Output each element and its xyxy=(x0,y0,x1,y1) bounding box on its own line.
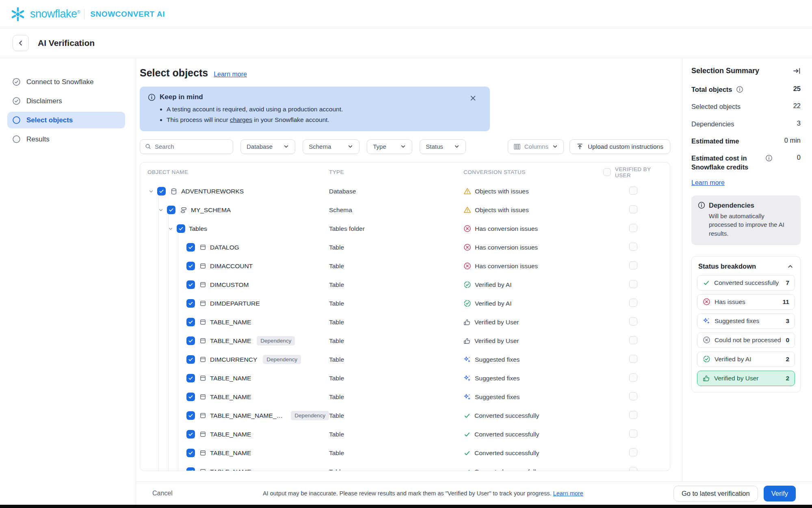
status-filter-has-issues[interactable]: Has issues11 xyxy=(697,294,795,310)
verified-by-user-checkbox[interactable] xyxy=(629,261,637,269)
upload-custom-instructions-button[interactable]: Upload custom instructions xyxy=(569,139,670,154)
verified-by-user-checkbox[interactable] xyxy=(629,280,637,288)
object-type: Tables folder xyxy=(329,225,463,232)
status-filter-verified-by-ai[interactable]: Verified by AI2 xyxy=(697,352,795,367)
status-check-icon xyxy=(463,468,471,471)
chevron-down-icon xyxy=(400,143,406,150)
table-row: DIMACCOUNTTableHas conversion issues xyxy=(140,257,670,276)
verified-by-user-checkbox[interactable] xyxy=(629,243,637,251)
filter-dropdown-database[interactable]: Database xyxy=(240,139,295,154)
row-checkbox[interactable] xyxy=(186,374,195,382)
object-type: Table xyxy=(329,300,463,307)
banner-close-button[interactable] xyxy=(469,94,477,102)
object-type: Table xyxy=(329,375,463,382)
status-filter-suggested-fixes[interactable]: Suggested fixes3 xyxy=(697,313,795,329)
columns-button[interactable]: Columns xyxy=(508,139,564,154)
row-checkbox[interactable] xyxy=(157,187,166,195)
object-name: Tables xyxy=(189,225,207,232)
table-icon xyxy=(199,244,206,251)
back-button[interactable] xyxy=(13,35,29,51)
charges-link[interactable]: charges xyxy=(230,116,252,123)
status-filter-label: Verified by User xyxy=(714,375,758,382)
row-checkbox[interactable] xyxy=(177,224,185,233)
verified-by-user-checkbox[interactable] xyxy=(629,355,637,363)
status-breakdown-title: Status breakdown xyxy=(698,263,756,270)
status-text: Verified by User xyxy=(474,319,519,326)
table-header-row: OBJECT NAME TYPE CONVERSION STATUS VERIF… xyxy=(140,163,670,182)
banner-bullet-1: A testing account is required, avoid usi… xyxy=(167,104,482,115)
verified-by-user-checkbox[interactable] xyxy=(629,336,637,344)
status-filter-verified-by-user[interactable]: Verified by User2 xyxy=(697,371,795,386)
verified-by-user-checkbox[interactable] xyxy=(629,392,637,400)
verified-by-user-checkbox[interactable] xyxy=(629,373,637,382)
info-icon[interactable] xyxy=(765,154,773,162)
row-checkbox[interactable] xyxy=(186,262,195,270)
object-name: TABLE_NAME xyxy=(210,431,251,438)
row-checkbox[interactable] xyxy=(186,393,195,401)
filter-dropdown-status[interactable]: Status xyxy=(420,139,466,154)
table-icon xyxy=(199,375,206,382)
verify-button[interactable]: Verify xyxy=(764,486,796,501)
filter-label: Schema xyxy=(309,143,331,150)
upload-icon xyxy=(576,143,583,150)
row-checkbox[interactable] xyxy=(186,355,195,364)
status-filter-converted-successfully[interactable]: Converted successfully7 xyxy=(697,275,795,291)
row-checkbox[interactable] xyxy=(186,243,195,252)
status-text: Objects with issues xyxy=(475,206,529,214)
verified-by-user-checkbox[interactable] xyxy=(629,448,637,456)
search-box[interactable] xyxy=(140,139,233,154)
summary-learn-more-link[interactable]: Learn more xyxy=(691,179,725,187)
table-row: TABLE_NAMETableConverted successfully xyxy=(140,444,670,462)
object-name: DATALOG xyxy=(210,244,239,251)
sidebar-step-select-objects[interactable]: Select objects xyxy=(7,112,125,128)
filter-dropdown-schema[interactable]: Schema xyxy=(303,139,359,154)
status-filter-count: 11 xyxy=(783,298,789,306)
row-checkbox[interactable] xyxy=(186,411,195,420)
table-icon xyxy=(199,412,206,419)
verified-by-user-checkbox[interactable] xyxy=(629,205,637,213)
row-checkbox[interactable] xyxy=(186,449,195,457)
row-checkbox[interactable] xyxy=(186,336,195,345)
verified-by-user-checkbox[interactable] xyxy=(629,299,637,307)
status-text: Objects with issues xyxy=(475,188,529,195)
top-brand-bar: snowflake® SNOWCONVERT AI xyxy=(0,0,812,28)
row-checkbox[interactable] xyxy=(186,430,195,439)
tree-guide-line xyxy=(168,215,169,471)
sidebar-step-disclaimers[interactable]: Disclaimers xyxy=(7,93,125,109)
row-checkbox[interactable] xyxy=(186,280,195,289)
collapse-panel-icon[interactable] xyxy=(793,67,801,75)
footer-learn-more-link[interactable]: Learn more xyxy=(553,490,583,497)
row-checkbox[interactable] xyxy=(186,318,195,326)
status-sparkles-icon xyxy=(463,393,471,401)
verified-by-user-checkbox[interactable] xyxy=(629,430,637,438)
row-checkbox[interactable] xyxy=(186,467,195,471)
tree-expander-icon[interactable] xyxy=(147,188,155,195)
banner-title: Keep in mind xyxy=(160,93,203,101)
status-breakdown-header[interactable]: Status breakdown xyxy=(697,262,795,275)
status-filter-could-not-be-processed[interactable]: Could not be processed0 xyxy=(697,332,795,348)
verified-by-user-checkbox[interactable] xyxy=(629,317,637,326)
verified-by-user-checkbox[interactable] xyxy=(629,224,637,232)
verified-by-user-checkbox[interactable] xyxy=(629,411,637,419)
filter-dropdown-type[interactable]: Type xyxy=(367,139,412,154)
info-icon[interactable] xyxy=(736,86,743,93)
verified-by-user-checkbox[interactable] xyxy=(629,187,637,195)
status-filter-count: 2 xyxy=(786,356,789,363)
table-icon xyxy=(199,356,206,363)
cancel-button[interactable]: Cancel xyxy=(152,490,173,497)
sidebar-step-connect-to-snowflake[interactable]: Connect to Snowflake xyxy=(7,74,125,90)
page-header: AI Verification xyxy=(0,28,812,58)
wizard-steps-sidebar: Connect to SnowflakeDisclaimersSelect ob… xyxy=(0,58,136,505)
select-objects-learn-more-link[interactable]: Learn more xyxy=(214,71,247,78)
sidebar-step-results[interactable]: Results xyxy=(7,131,125,148)
stat-value: 3 xyxy=(797,119,801,127)
go-to-latest-verification-button[interactable]: Go to latest verification xyxy=(673,486,758,501)
verified-by-user-checkbox[interactable] xyxy=(629,467,637,471)
database-icon xyxy=(170,188,178,195)
verified-header-checkbox[interactable] xyxy=(603,168,611,176)
gray-x-icon xyxy=(703,336,710,344)
row-checkbox[interactable] xyxy=(167,206,175,214)
row-checkbox[interactable] xyxy=(186,299,195,308)
search-input[interactable] xyxy=(155,143,228,150)
stat-label: Estimated time xyxy=(691,137,739,145)
